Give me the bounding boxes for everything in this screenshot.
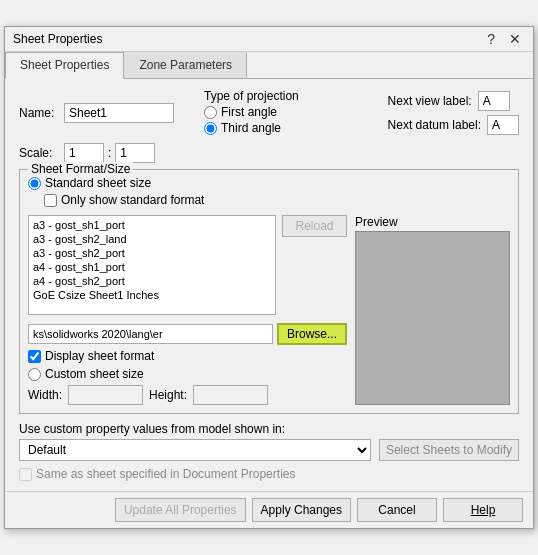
- standard-label: Standard sheet size: [45, 176, 151, 190]
- scale-label: Scale:: [19, 146, 64, 160]
- next-labels: Next view label: Next datum label:: [388, 91, 519, 135]
- scale-num-input[interactable]: [64, 143, 104, 163]
- left-panel: a3 - gost_sh1_port a3 - gost_sh2_land a3…: [28, 215, 347, 405]
- list-item[interactable]: GoE Csize Sheet1 Inches: [31, 288, 273, 302]
- update-all-button[interactable]: Update All Properties: [115, 498, 246, 522]
- tab-bar: Sheet Properties Zone Parameters: [5, 52, 533, 79]
- list-buttons: Reload: [282, 215, 347, 237]
- list-item[interactable]: a3 - gost_sh2_land: [31, 232, 273, 246]
- dialog-title: Sheet Properties: [13, 32, 102, 46]
- only-standard-row: Only show standard format: [44, 193, 510, 207]
- standard-radio-row: Standard sheet size: [28, 176, 510, 190]
- name-label: Name:: [19, 106, 64, 120]
- browse-button[interactable]: Browse...: [277, 323, 347, 345]
- footer: Update All Properties Apply Changes Canc…: [5, 491, 533, 528]
- sheet-format-group: Sheet Format/Size Standard sheet size On…: [19, 169, 519, 414]
- same-sheet-checkbox[interactable]: [19, 468, 32, 481]
- tab-sheet-properties[interactable]: Sheet Properties: [5, 52, 124, 79]
- select-sheets-button[interactable]: Select Sheets to Modify: [379, 439, 519, 461]
- custom-size-row: Width: Height:: [28, 385, 347, 405]
- scale-den-input[interactable]: [115, 143, 155, 163]
- dialog: Sheet Properties ? ✕ Sheet Properties Zo…: [4, 26, 534, 529]
- width-label: Width:: [28, 388, 62, 402]
- same-sheet-label: Same as sheet specified in Document Prop…: [36, 467, 295, 481]
- next-view-input[interactable]: [478, 91, 510, 111]
- height-input[interactable]: [193, 385, 268, 405]
- prop-label: Use custom property values from model sh…: [19, 422, 519, 436]
- name-input[interactable]: [64, 103, 174, 123]
- third-angle-radio[interactable]: [204, 122, 217, 135]
- first-angle-row: First angle: [204, 105, 299, 119]
- help-button[interactable]: Help: [443, 498, 523, 522]
- projection-group: Type of projection First angle Third ang…: [204, 89, 299, 137]
- next-datum-input[interactable]: [487, 115, 519, 135]
- tab-zone-parameters[interactable]: Zone Parameters: [124, 52, 247, 78]
- sheet-format-label: Sheet Format/Size: [28, 162, 133, 176]
- width-input[interactable]: [68, 385, 143, 405]
- next-datum-row: Next datum label:: [388, 115, 519, 135]
- cancel-button[interactable]: Cancel: [357, 498, 437, 522]
- list-reload-row: a3 - gost_sh1_port a3 - gost_sh2_land a3…: [28, 215, 347, 319]
- path-row: Browse...: [28, 323, 347, 345]
- title-bar: Sheet Properties ? ✕: [5, 27, 533, 52]
- list-item[interactable]: a3 - gost_sh1_port: [31, 218, 273, 232]
- property-dropdown[interactable]: Default: [19, 439, 371, 461]
- custom-radio[interactable]: [28, 368, 41, 381]
- name-row: Name: Type of projection First angle Thi…: [19, 89, 519, 137]
- display-sheet-checkbox[interactable]: [28, 350, 41, 363]
- height-label: Height:: [149, 388, 187, 402]
- same-sheet-row: Same as sheet specified in Document Prop…: [19, 467, 519, 481]
- bottom-section: Use custom property values from model sh…: [19, 422, 519, 481]
- first-angle-label: First angle: [221, 105, 277, 119]
- dropdown-row: Default Select Sheets to Modify: [19, 439, 519, 461]
- right-panel: Preview: [355, 215, 510, 405]
- preview-label: Preview: [355, 215, 510, 229]
- third-angle-label: Third angle: [221, 121, 281, 135]
- list-item[interactable]: a4 - gost_sh1_port: [31, 260, 273, 274]
- scale-row: Scale: :: [19, 143, 519, 163]
- apply-changes-button[interactable]: Apply Changes: [252, 498, 351, 522]
- display-sheet-label: Display sheet format: [45, 349, 154, 363]
- close-title-btn[interactable]: ✕: [505, 31, 525, 47]
- next-view-label: Next view label:: [388, 94, 472, 108]
- custom-radio-row: Custom sheet size: [28, 367, 347, 381]
- third-angle-row: Third angle: [204, 121, 299, 135]
- first-angle-radio[interactable]: [204, 106, 217, 119]
- next-view-row: Next view label:: [388, 91, 519, 111]
- title-bar-controls: ? ✕: [483, 31, 525, 47]
- content-area: Name: Type of projection First angle Thi…: [5, 79, 533, 491]
- help-title-btn[interactable]: ?: [483, 31, 499, 47]
- list-item[interactable]: a3 - gost_sh2_port: [31, 246, 273, 260]
- custom-label: Custom sheet size: [45, 367, 144, 381]
- main-area: a3 - gost_sh1_port a3 - gost_sh2_land a3…: [28, 215, 510, 405]
- next-datum-label: Next datum label:: [388, 118, 481, 132]
- only-standard-label: Only show standard format: [61, 193, 204, 207]
- path-input[interactable]: [28, 324, 273, 344]
- reload-button[interactable]: Reload: [282, 215, 347, 237]
- standard-radio[interactable]: [28, 177, 41, 190]
- scale-colon: :: [108, 146, 111, 160]
- list-item[interactable]: a4 - gost_sh2_port: [31, 274, 273, 288]
- only-standard-checkbox[interactable]: [44, 194, 57, 207]
- projection-title: Type of projection: [204, 89, 299, 103]
- format-list[interactable]: a3 - gost_sh1_port a3 - gost_sh2_land a3…: [28, 215, 276, 315]
- preview-box: [355, 231, 510, 405]
- display-sheet-row: Display sheet format: [28, 349, 347, 363]
